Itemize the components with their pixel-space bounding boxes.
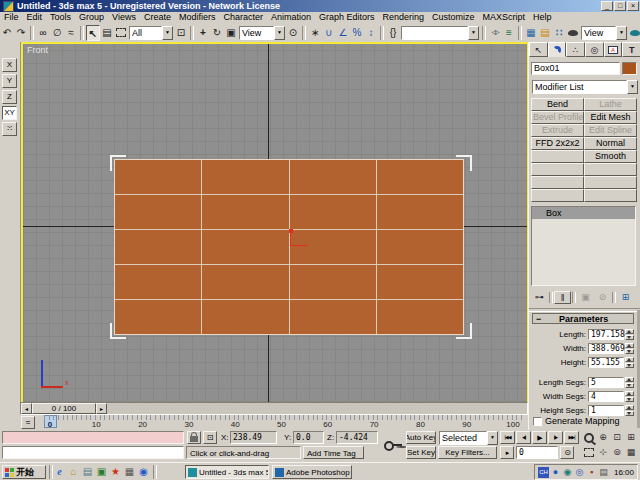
object-color-swatch[interactable] (622, 62, 637, 75)
quicklaunch-app-gray-icon[interactable]: ▦ (123, 465, 136, 478)
box-face[interactable] (290, 160, 376, 194)
axis-constraint-x[interactable]: X (2, 58, 17, 72)
show-end-result-icon[interactable]: ‖ (554, 291, 571, 304)
render-scene-icon[interactable] (566, 25, 580, 41)
quicklaunch-app-green-icon[interactable]: ▣ (95, 465, 108, 478)
menu-animation[interactable]: Animation (267, 12, 315, 23)
menu-modifiers[interactable]: Modifiers (175, 12, 220, 23)
curve-editor-icon[interactable]: ▦ (524, 25, 538, 41)
render-type-dropdown[interactable]: View ▼ (581, 26, 627, 40)
box-face[interactable] (115, 300, 201, 334)
maxscript-listener-pink[interactable] (2, 431, 184, 444)
select-and-rotate-icon[interactable]: ↻ (210, 25, 224, 41)
menu-file[interactable]: File (0, 12, 23, 23)
menu-customize[interactable]: Customize (428, 12, 479, 23)
box-face[interactable] (290, 300, 376, 334)
chevron-down-icon[interactable]: ▼ (162, 26, 173, 40)
select-and-link-icon[interactable]: ∞ (36, 25, 50, 41)
language-indicator[interactable]: CH (538, 467, 549, 478)
modifier-button-smooth[interactable]: Smooth (584, 150, 637, 163)
param-field-length-segs[interactable]: 5 (588, 377, 624, 388)
modifier-list-dropdown[interactable]: Modifier List ▼ (532, 80, 638, 94)
minimize-button[interactable]: _ (601, 1, 613, 11)
restrict-plane-flyout-icon[interactable]: ⁙ (2, 122, 17, 136)
chevron-down-icon[interactable]: ▼ (468, 26, 479, 40)
set-key-button-large[interactable] (382, 430, 404, 460)
spinner-down-icon[interactable] (625, 383, 634, 388)
time-slider-handle[interactable]: 0 / 100 (32, 403, 96, 414)
next-frame-button[interactable]: |▶ (548, 431, 563, 444)
tab-hierarchy[interactable]: ∴ (566, 42, 585, 57)
select-and-manipulate-icon[interactable]: ∗ (308, 25, 322, 41)
pin-stack-icon[interactable]: ⊶ (531, 291, 548, 304)
track-bar[interactable]: ≈ 0102030405060708090100 (20, 415, 528, 430)
param-field-width[interactable]: 388.969 (588, 343, 624, 354)
remove-modifier-icon[interactable]: ⊘ (594, 291, 611, 304)
auto-key-button[interactable]: Auto Key (406, 431, 436, 444)
modifier-button-edit-spline[interactable]: Edit Spline (584, 124, 637, 137)
absolute-offset-toggle[interactable]: ⊡ (203, 431, 217, 444)
time-slider-next-icon[interactable]: ▸ (96, 403, 107, 414)
modifier-button-bevel-profile[interactable]: Bevel Profile (531, 111, 584, 124)
window-crossing-icon[interactable]: ⊡ (174, 25, 188, 41)
spinner-up-icon[interactable] (625, 405, 634, 410)
restore-button[interactable]: □ (614, 1, 626, 11)
box-face[interactable] (377, 230, 463, 264)
chevron-down-icon[interactable]: ▼ (487, 431, 498, 445)
spinner-up-icon[interactable] (625, 391, 634, 396)
menu-tools[interactable]: Tools (46, 12, 75, 23)
modifier-button-extrude[interactable]: Extrude (531, 124, 584, 137)
modifier-button-edit-mesh[interactable]: Edit Mesh (584, 111, 637, 124)
menu-graph-editors[interactable]: Graph Editors (315, 12, 379, 23)
spinner-up-icon[interactable] (625, 377, 634, 382)
configure-modifier-sets-icon[interactable]: ⊞ (617, 291, 634, 304)
time-slider[interactable]: ◂ 0 / 100 ▸ (20, 402, 528, 415)
spinner[interactable] (625, 391, 634, 402)
tray-icon-shield[interactable]: ▪ (586, 467, 597, 478)
modifier-button-bend[interactable]: Bend (531, 98, 584, 111)
key-filter-mode-dropdown[interactable]: Selected ▼ (439, 431, 498, 445)
play-button[interactable]: ▶ (532, 431, 547, 444)
quicklaunch-home-icon[interactable]: ⌂ (67, 465, 80, 478)
quicklaunch-3dsmax-icon[interactable]: ★ (109, 465, 122, 478)
x-coordinate-field[interactable]: 238.49 (230, 431, 277, 444)
tab-utilities[interactable]: T (622, 42, 640, 57)
angle-snap-icon[interactable]: ∠ (336, 25, 350, 41)
previous-frame-button[interactable]: ◀| (516, 431, 531, 444)
current-frame-field[interactable]: 0 (516, 446, 558, 459)
close-button[interactable]: × (627, 1, 639, 11)
param-field-length[interactable]: 197.158 (588, 329, 624, 340)
box-face[interactable] (290, 265, 376, 299)
taskbar-task-1[interactable]: Untitled - 3ds max 5 - Unr... (185, 465, 269, 479)
tab-modify[interactable] (548, 42, 567, 57)
box-face[interactable] (377, 300, 463, 334)
taskbar-task-2[interactable]: Adobe Photoshop (272, 465, 352, 479)
arc-rotate-icon[interactable]: ⊚ (610, 446, 624, 459)
spinner[interactable] (625, 343, 634, 354)
box-face[interactable] (202, 230, 288, 264)
param-field-height[interactable]: 55.155 (588, 357, 624, 368)
spinner[interactable] (625, 405, 634, 416)
quick-render-icon[interactable] (628, 25, 640, 41)
parameters-rollout-header[interactable]: − Parameters (532, 313, 634, 324)
menu-group[interactable]: Group (75, 12, 108, 23)
pan-icon[interactable]: ⊹ (596, 446, 610, 459)
spinner-down-icon[interactable] (625, 363, 634, 368)
box-face[interactable] (115, 230, 201, 264)
generate-mapping-checkbox[interactable] (533, 417, 542, 426)
select-object-icon[interactable]: ↖ (86, 25, 100, 41)
selection-lock-button[interactable] (187, 431, 201, 444)
tray-icon-c[interactable]: ◎ (574, 467, 585, 478)
modifier-button-empty[interactable] (531, 176, 584, 189)
y-coordinate-field[interactable]: 0.0 (293, 431, 324, 444)
menu-maxscript[interactable]: MAXScript (479, 12, 530, 23)
zoom-all-icon[interactable]: ⊕ (596, 431, 610, 444)
box-face[interactable] (202, 265, 288, 299)
coord-system-dropdown[interactable]: View ▼ (239, 26, 285, 40)
maxscript-listener-white[interactable] (2, 446, 184, 459)
menu-views[interactable]: Views (108, 12, 140, 23)
modifier-button-empty[interactable] (531, 189, 584, 202)
spinner-down-icon[interactable] (625, 335, 634, 340)
start-button[interactable]: 开始 (2, 465, 46, 479)
select-and-scale-icon[interactable]: ▣ (224, 25, 238, 41)
